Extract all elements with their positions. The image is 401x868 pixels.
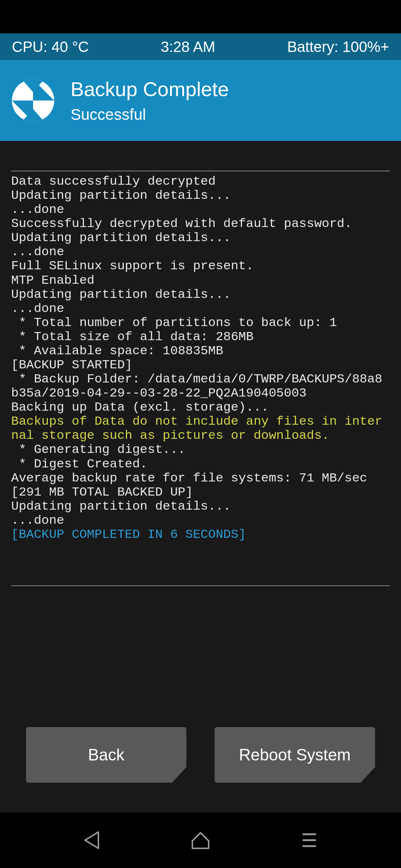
log-line: Updating partition details... — [11, 287, 390, 302]
battery-status: Battery: 100%+ — [287, 39, 389, 55]
log-line: ...done — [11, 203, 390, 217]
log-output: Data successfully decryptedUpdating part… — [11, 171, 390, 586]
header: Backup Complete Successful — [0, 60, 401, 141]
page-subtitle: Successful — [71, 106, 229, 124]
log-line: ...done — [11, 302, 390, 316]
log-line: Successfully decrypted with default pass… — [11, 217, 390, 231]
nav-back-icon[interactable] — [81, 829, 103, 851]
log-line: * Total size of all data: 286MB — [11, 330, 390, 344]
svg-marker-6 — [85, 832, 98, 848]
clock: 3:28 AM — [161, 39, 215, 55]
log-line: * Total number of partitions to back up:… — [11, 316, 390, 330]
button-row: Back Reboot System — [11, 727, 390, 783]
log-line: Backing up Data (excl. storage)... — [11, 400, 390, 414]
log-line: Updating partition details... — [11, 231, 390, 245]
log-line: [BACKUP COMPLETED IN 6 SECONDS] — [11, 527, 390, 542]
cpu-temp: CPU: 40 °C — [12, 39, 89, 55]
log-line: MTP Enabled — [11, 273, 390, 287]
nav-recent-icon[interactable] — [298, 829, 320, 851]
log-line: Data successfully decrypted — [11, 174, 390, 188]
log-line: * Backup Folder: /data/media/0/TWRP/BACK… — [11, 372, 390, 400]
android-nav-bar — [0, 812, 401, 868]
log-line: Updating partition details... — [11, 499, 390, 513]
log-line: ...done — [11, 513, 390, 527]
twrp-logo-icon — [12, 79, 54, 122]
nav-home-icon[interactable] — [189, 829, 212, 851]
log-line: Average backup rate for file systems: 71… — [11, 471, 390, 485]
log-line: * Digest Created. — [11, 457, 390, 471]
top-spacer — [0, 0, 401, 33]
log-line: * Available space: 108835MB — [11, 344, 390, 358]
log-line: Updating partition details... — [11, 188, 390, 203]
log-line: Backups of Data do not include any files… — [11, 414, 390, 443]
log-line: Full SELinux support is present. — [11, 259, 390, 273]
back-button[interactable]: Back — [26, 727, 186, 783]
log-line: * Generating digest... — [11, 443, 390, 457]
reboot-system-button[interactable]: Reboot System — [215, 727, 375, 783]
log-line: ...done — [11, 245, 390, 259]
log-line: [BACKUP STARTED] — [11, 358, 390, 372]
status-bar: CPU: 40 °C 3:28 AM Battery: 100%+ — [0, 33, 401, 60]
page-title: Backup Complete — [71, 78, 229, 101]
log-line: [291 MB TOTAL BACKED UP] — [11, 485, 390, 499]
